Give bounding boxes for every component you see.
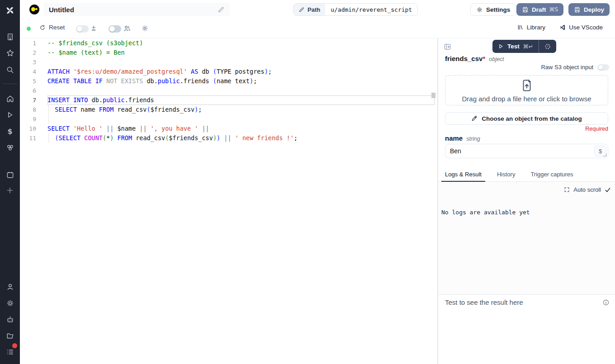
tab-trigger-captures[interactable]: Trigger captures [530,171,573,181]
line-number: 9 [20,114,47,124]
expand-icon[interactable] [564,187,570,193]
raw-s3-label: Raw S3 object input [541,64,593,71]
code-line[interactable]: 5CREATE TABLE IF NOT EXISTS db.public.fr… [20,76,437,86]
user-person-icon[interactable] [0,280,20,293]
required-asterisk: * [483,55,485,62]
path-group[interactable]: Path u/admin/reverent_script [293,3,418,16]
field-name: name [445,134,463,142]
info-icon[interactable] [602,299,610,306]
people-icon [123,24,131,33]
logs-area: Auto scroll No logs are available yet [438,182,615,294]
schedules-calendar-icon[interactable] [0,168,20,181]
tab-logs-result[interactable]: Logs & Result [445,171,482,181]
editor-scrollbar-marker[interactable] [431,93,435,98]
code-text: CREATE TABLE IF NOT EXISTS db.public.fri… [47,76,257,86]
code-text: -- $friends_csv (s3object) [47,38,143,48]
dropzone-label: Drag and drop a file here or click to br… [462,95,591,103]
checkmark-icon[interactable] [605,187,611,193]
line-number: 8 [20,105,47,114]
duckdb-language-icon [29,5,39,14]
edit-title-pencil-icon[interactable] [218,6,224,13]
script-title-box[interactable]: Untitled [43,3,230,16]
building-icon[interactable] [0,30,20,43]
resources-icon[interactable] [0,141,20,154]
auto-scroll-control[interactable]: Auto scroll [564,186,611,193]
code-line[interactable]: 3 [20,57,437,67]
field-name: friends_csv* [445,55,485,62]
code-line[interactable]: 4ATTACH '$res:u/demo/amazed_postgresql' … [20,67,437,76]
library-label: Library [527,24,545,31]
gear-icon [476,6,483,13]
star-icon[interactable] [0,46,20,60]
settings-gear-icon[interactable] [0,296,20,310]
library-icon [517,24,524,31]
choose-object-label: Choose an object from the catalog [482,115,582,122]
code-text: INSERT INTO db.public.friends [47,95,154,105]
reset-button[interactable]: Reset [39,24,65,31]
field-friends-csv-header: friends_csv* object [445,55,504,62]
diff-toggle[interactable] [76,25,89,33]
line-number: 1 [20,38,47,48]
add-plus-icon[interactable] [0,184,20,197]
folder-icon[interactable] [0,329,20,342]
test-button[interactable]: Test ⌘↵ [492,40,556,53]
code-line[interactable]: 11 (SELECT COUNT(*) FROM read_csv($frien… [20,133,437,143]
code-text: ATTACH '$res:u/demo/amazed_postgresql' A… [47,67,272,76]
path-value[interactable]: u/admin/reverent_script [325,4,417,15]
tab-history[interactable]: History [497,171,515,181]
code-line[interactable]: 10SELECT 'Hello ' || $name || ', you hav… [20,124,437,133]
code-line[interactable]: 6 [20,86,437,95]
library-button[interactable]: Library [517,24,545,31]
use-vscode-label: Use VScode [569,24,603,31]
code-line[interactable]: 1-- $friends_csv (s3object) [20,38,437,48]
audit-list-icon[interactable] [0,345,20,359]
search-icon[interactable] [0,63,20,76]
logs-empty-message: No logs are available yet [441,209,530,216]
line-number: 10 [20,124,47,133]
multiplayer-toggle[interactable] [109,25,121,33]
status-dot [27,27,31,31]
raw-s3-toggle[interactable] [597,64,609,71]
code-line[interactable]: 9 [20,114,437,124]
runs-play-icon[interactable] [0,108,20,122]
deploy-button[interactable]: Deploy [568,3,610,16]
choose-object-button[interactable]: Choose an object from the catalog [445,112,608,125]
capture-crosshair-icon[interactable] [539,43,556,50]
windmill-logo-icon[interactable] [0,4,20,17]
code-text: SELECT 'Hello ' || $name || ', you have … [47,124,209,133]
field-type: string [466,136,480,142]
editor-settings-gear-icon[interactable] [141,24,149,32]
code-line[interactable]: 8 SELECT name FROM read_csv($friends_csv… [20,105,437,114]
code-line[interactable]: 2-- $name (text) = Ben [20,48,437,57]
left-sidebar: $ [0,0,20,364]
resize-handle[interactable] [603,153,606,156]
robot-icon[interactable] [0,312,20,326]
result-divider [438,294,615,295]
settings-button[interactable]: Settings [470,3,516,16]
result-tabs: Logs & ResultHistoryTrigger captures [438,171,615,182]
raw-s3-row: Raw S3 object input [541,64,609,71]
file-dropzone[interactable]: Drag and drop a file here or click to br… [445,75,608,105]
code-line[interactable]: 7INSERT INTO db.public.friends [20,95,437,105]
code-editor[interactable]: 1-- $friends_csv (s3object)2-- $name (te… [20,38,437,364]
reset-label: Reset [49,24,65,31]
path-edit-button[interactable]: Path [293,4,325,15]
field-type: object [489,56,504,62]
save-icon [574,6,581,13]
variables-dollar-icon[interactable]: $ [0,124,20,138]
line-number: 2 [20,48,47,57]
line-number: 11 [20,133,47,143]
use-vscode-button[interactable]: Use VScode [559,24,603,31]
field-name-header: name string [445,134,480,142]
code-text: -- $name (text) = Ben [47,48,125,57]
draft-label: Draft [532,6,546,13]
save-icon [522,6,529,13]
collapse-panel-icon[interactable] [444,43,451,51]
required-label: Required [585,126,608,132]
home-icon[interactable] [0,92,20,105]
script-title[interactable]: Untitled [49,6,218,14]
name-input[interactable] [445,144,590,158]
draft-button[interactable]: Draft ⌘S [516,3,563,16]
sidebar-divider [3,84,17,84]
eyedropper-icon [471,115,478,122]
